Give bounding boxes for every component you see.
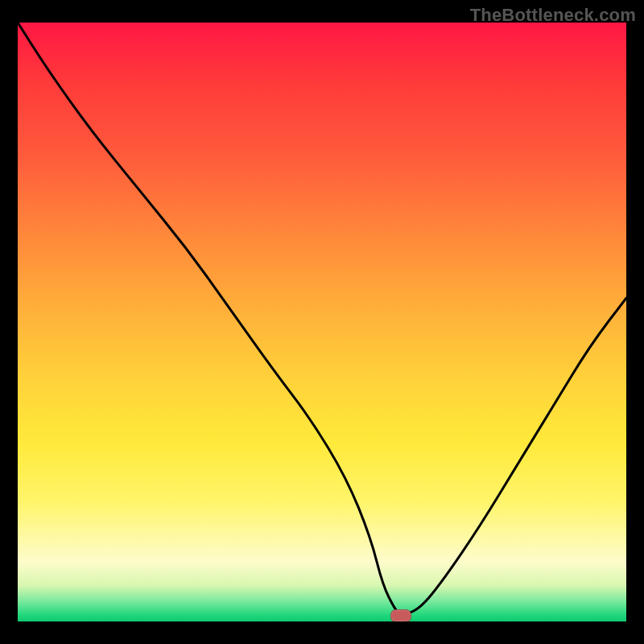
optimal-marker — [390, 609, 411, 621]
chart-frame: TheBottleneck.com — [0, 0, 644, 644]
bottleneck-curve — [18, 23, 626, 621]
watermark-text: TheBottleneck.com — [470, 5, 636, 26]
plot-area — [18, 23, 626, 621]
